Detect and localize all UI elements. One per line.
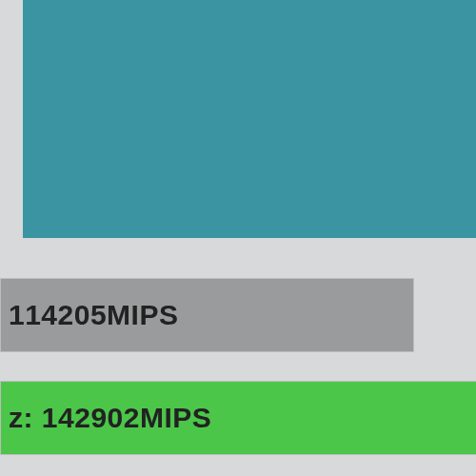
bar-chart: 114205MIPS z: 142902MIPS <box>0 278 476 455</box>
hero-panel <box>23 0 476 238</box>
bar-1-label: 114205MIPS <box>9 299 178 331</box>
bar-2: z: 142902MIPS <box>0 381 476 455</box>
bar-1: 114205MIPS <box>0 278 414 352</box>
bar-2-label: z: 142902MIPS <box>9 402 211 434</box>
